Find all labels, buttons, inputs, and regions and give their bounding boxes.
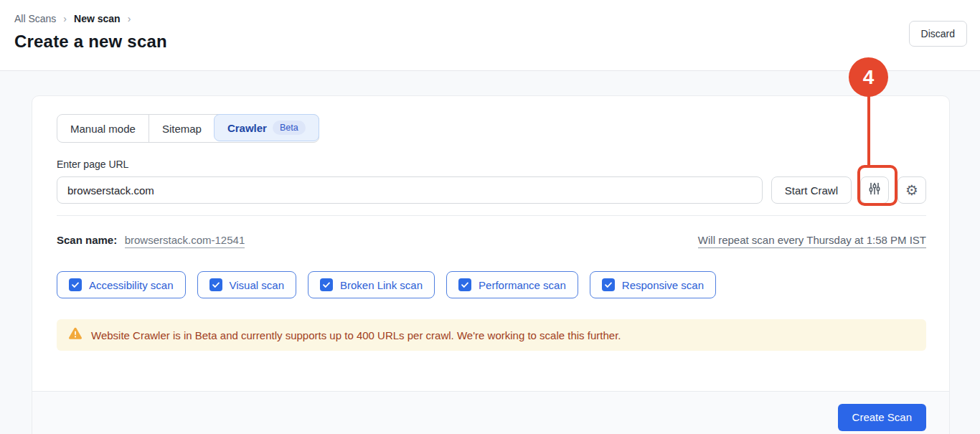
new-scan-card: Manual mode Sitemap Crawler Beta Enter p… (32, 95, 950, 434)
breadcrumb: All Scans › New scan › (14, 13, 967, 24)
chip-label: Performance scan (479, 279, 566, 291)
page-title: Create a new scan (14, 32, 967, 52)
annotation-connector-line (867, 95, 870, 166)
card-footer: Create Scan (32, 391, 949, 434)
sliders-icon (867, 181, 882, 199)
scan-name-value[interactable]: browserstack.com-12541 (125, 234, 245, 248)
checkbox-checked-icon[interactable] (458, 278, 471, 291)
chip-label: Responsive scan (622, 279, 704, 291)
crawl-filter-settings-button[interactable] (860, 176, 889, 204)
scan-name-label: Scan name: (57, 234, 117, 246)
scan-mode-tabs: Manual mode Sitemap Crawler Beta (57, 114, 319, 143)
checkbox-checked-icon[interactable] (602, 278, 615, 291)
tab-sitemap[interactable]: Sitemap (149, 115, 215, 142)
chevron-right-icon: › (63, 13, 67, 24)
annotation-step-badge: 4 (849, 57, 888, 97)
chip-accessibility-scan[interactable]: Accessibility scan (57, 271, 186, 298)
chevron-right-icon: › (128, 13, 131, 24)
url-row: Start Crawl ⚙ (57, 176, 926, 204)
start-crawl-button[interactable]: Start Crawl (771, 176, 852, 204)
checkbox-checked-icon[interactable] (320, 278, 333, 291)
gear-icon: ⚙ (905, 183, 918, 197)
chip-broken-link-scan[interactable]: Broken Link scan (308, 271, 435, 298)
card-body: Manual mode Sitemap Crawler Beta Enter p… (32, 96, 949, 371)
checkbox-checked-icon[interactable] (69, 278, 82, 291)
tab-label: Crawler (227, 122, 267, 134)
page-url-input[interactable] (57, 176, 763, 204)
discard-button[interactable]: Discard (909, 21, 967, 47)
tab-label: Manual mode (70, 123, 136, 135)
scan-settings-button[interactable]: ⚙ (897, 176, 926, 204)
warning-text: Website Crawler is in Beta and currently… (91, 329, 621, 341)
scan-type-options: Accessibility scan Visual scan Broken Li… (57, 271, 926, 298)
create-scan-button[interactable]: Create Scan (838, 404, 926, 431)
beta-badge: Beta (273, 121, 306, 135)
warning-triangle-icon (68, 327, 83, 343)
scan-name-group: Scan name: browserstack.com-12541 (57, 234, 245, 247)
breadcrumb-new-scan[interactable]: New scan (74, 13, 121, 24)
beta-warning-banner: Website Crawler is in Beta and currently… (57, 319, 926, 351)
tab-crawler[interactable]: Crawler Beta (214, 114, 319, 141)
scan-name-row: Scan name: browserstack.com-12541 Will r… (57, 234, 926, 248)
tab-manual-mode[interactable]: Manual mode (57, 115, 149, 142)
repeat-schedule-note[interactable]: Will repeat scan every Thursday at 1:58 … (698, 234, 926, 248)
chip-label: Accessibility scan (89, 279, 174, 291)
chip-visual-scan[interactable]: Visual scan (197, 271, 296, 298)
chip-label: Broken Link scan (340, 279, 423, 291)
section-divider (57, 215, 926, 216)
breadcrumb-all-scans[interactable]: All Scans (14, 13, 56, 24)
page-header: All Scans › New scan › Create a new scan… (0, 0, 980, 71)
checkbox-checked-icon[interactable] (209, 278, 222, 291)
chip-label: Visual scan (230, 279, 284, 291)
chip-performance-scan[interactable]: Performance scan (446, 271, 578, 298)
tab-label: Sitemap (162, 123, 202, 135)
chip-responsive-scan[interactable]: Responsive scan (590, 271, 716, 298)
url-field-label: Enter page URL (57, 159, 926, 170)
